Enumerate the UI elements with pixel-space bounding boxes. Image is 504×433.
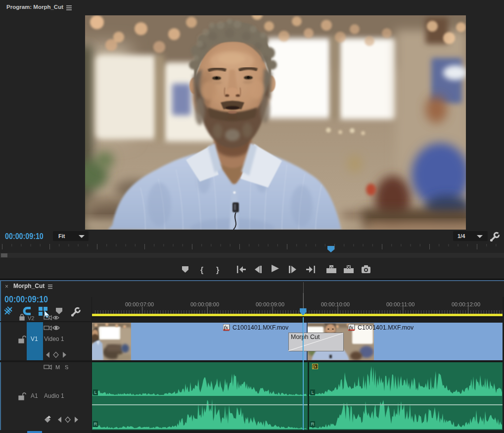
svg-text:00:00:09:00: 00:00:09:00 [256,301,284,307]
svg-text:fx: fx [224,325,228,330]
svg-text:fx: fx [349,325,353,330]
svg-text:}: } [216,266,219,274]
svg-text:{: { [200,266,203,274]
svg-text:00:00:11:00: 00:00:11:00 [386,301,414,307]
svg-text:00:00:12:00: 00:00:12:00 [452,301,480,307]
svg-text:00:00:08:00: 00:00:08:00 [190,301,219,307]
svg-text:00:00:10:00: 00:00:10:00 [321,301,350,307]
svg-text:00:00:07:00: 00:00:07:00 [125,301,154,307]
